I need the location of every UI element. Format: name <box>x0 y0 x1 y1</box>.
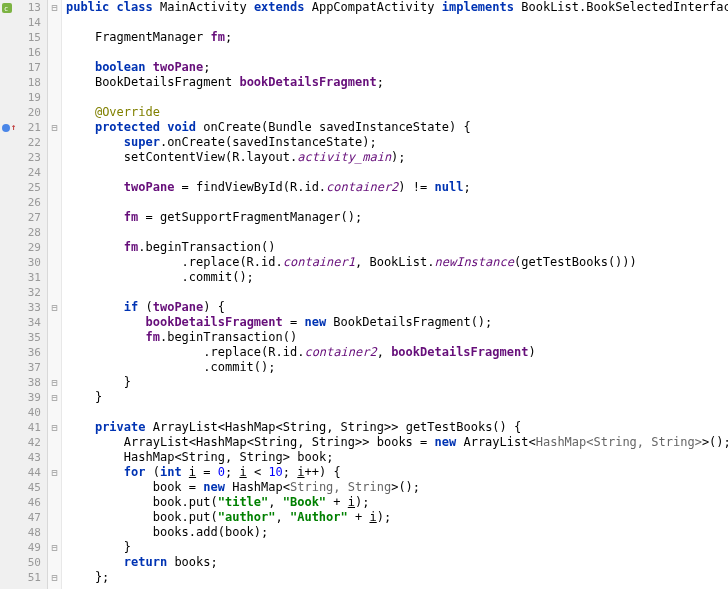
line-number[interactable]: 33 <box>0 300 47 315</box>
line-number[interactable]: 46 <box>0 495 47 510</box>
code-line[interactable]: books.add(book); <box>66 525 728 540</box>
line-number[interactable]: 43 <box>0 450 47 465</box>
line-number[interactable]: 29 <box>0 240 47 255</box>
code-editor[interactable]: public class MainActivity extends AppCom… <box>62 0 728 589</box>
line-number[interactable]: 44 <box>0 465 47 480</box>
code-line[interactable]: } <box>66 390 728 405</box>
line-number[interactable]: 35 <box>0 330 47 345</box>
line-number[interactable]: 38 <box>0 375 47 390</box>
line-number[interactable]: 48 <box>0 525 47 540</box>
code-line[interactable]: book.put("author", "Author" + i); <box>66 510 728 525</box>
code-line[interactable]: book = new HashMap<String, String>(); <box>66 480 728 495</box>
fold-toggle <box>48 480 61 495</box>
line-number[interactable]: 37 <box>0 360 47 375</box>
fold-toggle <box>48 60 61 75</box>
line-number[interactable]: 13 <box>0 0 47 15</box>
line-number[interactable]: 32 <box>0 285 47 300</box>
code-line[interactable]: ArrayList<HashMap<String, String>> books… <box>66 435 728 450</box>
code-line[interactable]: super.onCreate(savedInstanceState); <box>66 135 728 150</box>
code-line[interactable]: }; <box>66 570 728 585</box>
line-number[interactable]: 49 <box>0 540 47 555</box>
code-line[interactable]: .commit(); <box>66 270 728 285</box>
line-number[interactable]: 18 <box>0 75 47 90</box>
code-line[interactable]: public class MainActivity extends AppCom… <box>66 0 728 15</box>
fold-toggle[interactable]: ⊟ <box>48 420 61 435</box>
line-number-gutter[interactable]: 131415161718192021↑222324252627282930313… <box>0 0 48 589</box>
line-number[interactable]: 23 <box>0 150 47 165</box>
code-line[interactable] <box>66 45 728 60</box>
line-number[interactable]: 24 <box>0 165 47 180</box>
line-number[interactable]: 28 <box>0 225 47 240</box>
code-line[interactable] <box>66 285 728 300</box>
code-line[interactable]: protected void onCreate(Bundle savedInst… <box>66 120 728 135</box>
code-line[interactable]: } <box>66 540 728 555</box>
fold-toggle <box>48 135 61 150</box>
line-number[interactable]: 36 <box>0 345 47 360</box>
code-line[interactable]: boolean twoPane; <box>66 60 728 75</box>
fold-toggle[interactable]: ⊟ <box>48 390 61 405</box>
code-line[interactable]: bookDetailsFragment = new BookDetailsFra… <box>66 315 728 330</box>
fold-toggle <box>48 255 61 270</box>
code-line[interactable] <box>66 225 728 240</box>
line-number[interactable]: 22 <box>0 135 47 150</box>
line-number[interactable]: 19 <box>0 90 47 105</box>
fold-toggle[interactable]: ⊟ <box>48 540 61 555</box>
fold-toggle <box>48 330 61 345</box>
line-number[interactable]: 27 <box>0 210 47 225</box>
code-line[interactable]: } <box>66 375 728 390</box>
fold-toggle[interactable]: ⊟ <box>48 570 61 585</box>
fold-toggle <box>48 240 61 255</box>
code-line[interactable]: .replace(R.id.container2, bookDetailsFra… <box>66 345 728 360</box>
code-line[interactable]: .replace(R.id.container1, BookList.newIn… <box>66 255 728 270</box>
line-number[interactable]: 47 <box>0 510 47 525</box>
line-number[interactable]: 20 <box>0 105 47 120</box>
code-line[interactable]: setContentView(R.layout.activity_main); <box>66 150 728 165</box>
code-line[interactable]: book.put("title", "Book" + i); <box>66 495 728 510</box>
line-number[interactable]: 30 <box>0 255 47 270</box>
line-number[interactable]: 26 <box>0 195 47 210</box>
line-number[interactable]: 42 <box>0 435 47 450</box>
fold-toggle[interactable]: ⊟ <box>48 0 61 15</box>
code-line[interactable] <box>66 15 728 30</box>
code-line[interactable]: FragmentManager fm; <box>66 30 728 45</box>
code-line[interactable]: fm = getSupportFragmentManager(); <box>66 210 728 225</box>
code-line[interactable] <box>66 405 728 420</box>
line-number[interactable]: 51 <box>0 570 47 585</box>
line-number[interactable]: 39 <box>0 390 47 405</box>
code-line[interactable]: twoPane = findViewById(R.id.container2) … <box>66 180 728 195</box>
code-line[interactable]: .commit(); <box>66 360 728 375</box>
line-number[interactable]: 21↑ <box>0 120 47 135</box>
code-line[interactable]: fm.beginTransaction() <box>66 330 728 345</box>
line-number[interactable]: 41 <box>0 420 47 435</box>
line-number[interactable]: 25 <box>0 180 47 195</box>
line-number[interactable]: 14 <box>0 15 47 30</box>
code-line[interactable]: return books; <box>66 555 728 570</box>
line-number[interactable]: 50 <box>0 555 47 570</box>
fold-column[interactable]: ⊟⊟⊟⊟⊟⊟⊟⊟⊟ <box>48 0 62 589</box>
code-line[interactable] <box>66 195 728 210</box>
code-line[interactable]: private ArrayList<HashMap<String, String… <box>66 420 728 435</box>
fold-toggle[interactable]: ⊟ <box>48 465 61 480</box>
line-number[interactable]: 15 <box>0 30 47 45</box>
code-line[interactable] <box>66 90 728 105</box>
code-line[interactable]: HashMap<String, String> book; <box>66 450 728 465</box>
line-number[interactable]: 34 <box>0 315 47 330</box>
navigate-super-icon[interactable]: ↑ <box>11 120 16 135</box>
code-line[interactable]: for (int i = 0; i < 10; i++) { <box>66 465 728 480</box>
line-number[interactable]: 40 <box>0 405 47 420</box>
override-icon[interactable] <box>2 124 10 132</box>
line-number[interactable]: 17 <box>0 60 47 75</box>
fold-toggle[interactable]: ⊟ <box>48 375 61 390</box>
code-line[interactable]: if (twoPane) { <box>66 300 728 315</box>
fold-toggle <box>48 180 61 195</box>
code-line[interactable]: @Override <box>66 105 728 120</box>
code-line[interactable] <box>66 165 728 180</box>
line-number[interactable]: 31 <box>0 270 47 285</box>
fold-toggle[interactable]: ⊟ <box>48 120 61 135</box>
code-line[interactable]: fm.beginTransaction() <box>66 240 728 255</box>
code-line[interactable]: BookDetailsFragment bookDetailsFragment; <box>66 75 728 90</box>
line-number[interactable]: 45 <box>0 480 47 495</box>
line-number[interactable]: 16 <box>0 45 47 60</box>
fold-toggle[interactable]: ⊟ <box>48 300 61 315</box>
fold-toggle <box>48 165 61 180</box>
